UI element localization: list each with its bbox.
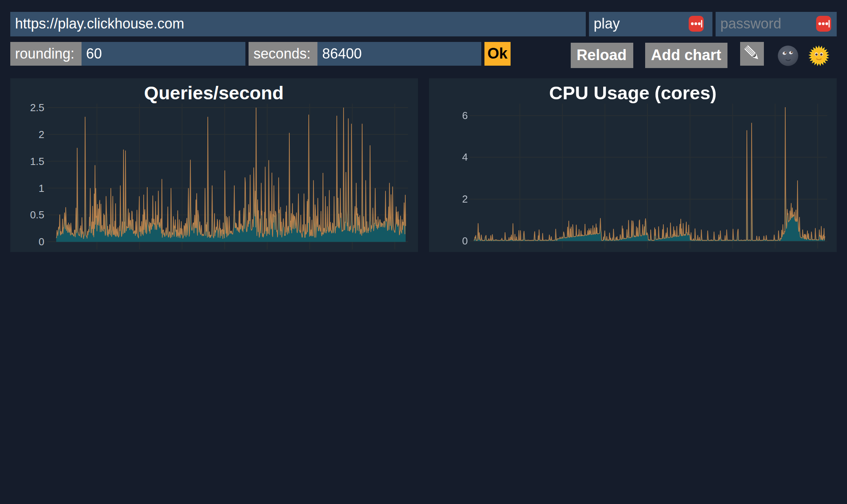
svg-text:0: 0 (462, 235, 467, 247)
svg-text:CPU Usage (cores): CPU Usage (cores) (549, 82, 716, 103)
svg-text:2.5: 2.5 (30, 102, 44, 114)
svg-text:0: 0 (39, 236, 44, 248)
svg-text:4: 4 (462, 151, 467, 163)
svg-text:2: 2 (462, 193, 467, 205)
svg-text:6: 6 (462, 110, 467, 121)
svg-text:2: 2 (39, 128, 44, 140)
svg-text:0.5: 0.5 (30, 209, 44, 221)
svg-text:1.5: 1.5 (30, 155, 44, 167)
svg-text:Queries/second: Queries/second (144, 82, 284, 103)
svg-text:1: 1 (39, 182, 44, 194)
